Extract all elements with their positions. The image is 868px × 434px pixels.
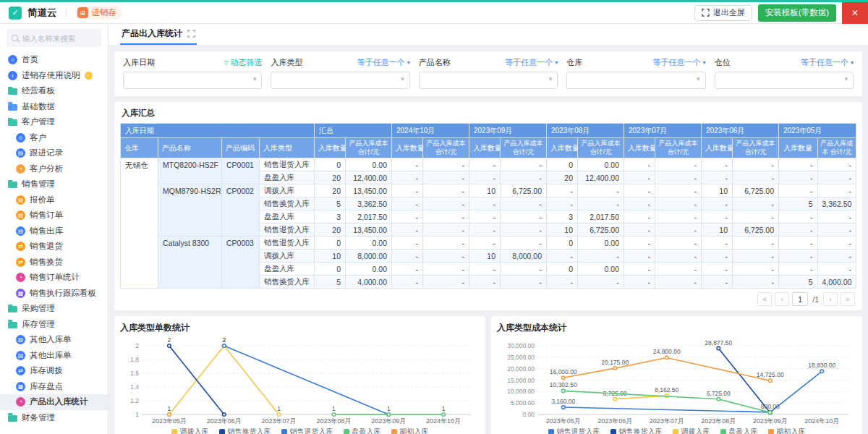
sidebar-item[interactable]: ☺客户 [0,130,108,146]
legend-item[interactable]: 销售换货入库 [610,427,663,434]
filter-operator[interactable]: 等于任意一个▾ [653,57,706,68]
last-page-button[interactable]: » [841,292,855,306]
table-qty-header: 入库数量 [702,138,733,158]
filter-operator[interactable]: 等于任意一个▾ [357,57,410,68]
value-cell: 0.00 [346,158,392,171]
sidebar-item[interactable]: ▤销售出库 [0,224,108,239]
value-cell: - [624,250,655,263]
first-page-button[interactable]: « [757,292,772,306]
legend-item[interactable]: 销售退货入库 [548,427,600,434]
value-cell: - [469,171,501,184]
svg-text:2023年07月: 2023年07月 [262,417,297,425]
sidebar-item[interactable]: 基础数据 [0,99,108,115]
legend-swatch [673,429,678,434]
inbound-type-cell: 调拨入库 [260,184,315,197]
sidebar-item[interactable]: ▤销售订单 [0,208,108,224]
value-cell: 8,000.00 [501,250,547,263]
value-cell: - [624,276,655,289]
value-cell: 20 [315,171,346,184]
sidebar-item[interactable]: ⌂首页 [0,52,108,68]
sidebar-item[interactable]: 销售管理 [0,176,108,192]
sidebar-item[interactable]: ⇄销售退货 [0,239,108,255]
sidebar-item[interactable]: 采购管理 [0,301,108,317]
svg-text:25,000.00: 25,000.00 [507,354,535,361]
filter-select[interactable]: ▾ [419,72,558,89]
value-cell: 4,000.00 [346,276,392,289]
svg-text:1.2: 1.2 [130,397,139,404]
legend-item[interactable]: 销售换货入库 [219,427,271,434]
svg-text:28,877.50: 28,877.50 [705,339,732,346]
legend-item[interactable]: 期初入库 [768,427,806,434]
filter-select[interactable]: ▾ [715,72,854,89]
value-cell: - [817,237,856,250]
tab-product-inout-stats[interactable]: 产品出入库统计 [120,24,197,45]
filter-select[interactable]: ▾ [123,72,262,89]
value-cell: 20 [315,224,346,237]
filter-operator[interactable]: 等于任意一个▾ [801,57,854,68]
current-page-box[interactable]: 1 [792,292,808,306]
legend-item[interactable]: 销售退货入库 [281,427,333,434]
sidebar-item-label: 销售管理 [22,179,55,190]
value-cell: - [392,250,423,263]
sidebar-item[interactable]: ▤跟进记录 [0,145,108,161]
filter-select[interactable]: ▾ [271,72,409,89]
legend-item[interactable]: 期初入库 [391,427,429,434]
close-button[interactable]: ✕ [842,2,868,24]
inbound-type-cell: 销售退货入库 [260,224,315,237]
sidebar-item[interactable]: ▦销售执行跟踪看板 [0,286,108,302]
search-input[interactable] [22,34,96,43]
next-page-button[interactable]: › [823,292,838,306]
top-header: ✓ 简道云 ⊞ 进销存 退出全屏 安装模板(带数据) ✕ [0,2,868,24]
value-cell: - [702,276,733,289]
value-cell: - [817,224,856,237]
filter-operator[interactable]: ▽动态筛选 [224,57,262,68]
sidebar-item[interactable]: ▤其他出库单 [0,348,108,364]
sidebar-search[interactable] [7,29,101,47]
warehouse-cell: 无锡仓 [121,158,158,289]
table-month-header: 2023年05月 [779,124,856,138]
workspace-badge[interactable]: ⊞ 进销存 [75,6,123,20]
inbound-type-cell: 盘盈入库 [260,171,315,184]
legend-item[interactable]: 调拨入库 [171,427,209,434]
value-cell: - [423,263,469,276]
sidebar-item[interactable]: 财务管理 [0,410,108,426]
filter-select[interactable]: ▾ [566,72,705,89]
filter-group: 产品名称等于任意一个▾▾ [419,57,558,89]
sidebar-item[interactable]: ⇄销售换货 [0,255,108,271]
legend-swatch [219,429,225,434]
svg-text:2023年08月: 2023年08月 [701,417,736,425]
sidebar-item[interactable]: ▤其他入库单 [0,332,108,348]
table-cost-header: 产品入库成本 合计/元 [423,138,469,158]
sidebar-item[interactable]: ⇄库存调拨 [0,363,108,379]
chevron-down-icon: ▾ [549,75,553,82]
svg-text:1: 1 [387,405,391,412]
prev-page-button[interactable]: ‹ [775,292,789,306]
sidebar-item[interactable]: ◔客户分析 [0,161,108,177]
sidebar-item[interactable]: ▤报价单 [0,192,108,208]
page-count-label: /1 [812,295,819,304]
value-cell: - [547,276,578,289]
sidebar-item[interactable]: i进销存使用说明! [0,68,108,84]
sidebar-item[interactable]: ◔产品出入库统计 [0,394,108,410]
value-cell: 0.00 [346,237,392,250]
sidebar-item[interactable]: 库存管理 [0,317,108,333]
sidebar-item[interactable]: 客户管理 [0,114,108,130]
sidebar-item[interactable]: 经营看板 [0,83,108,99]
install-template-button[interactable]: 安装模板(带数据) [758,4,836,22]
value-cell: - [655,263,702,276]
value-cell: - [501,237,547,250]
value-cell: - [423,237,469,250]
legend-item[interactable]: 调拨入库 [673,427,710,434]
sidebar-item[interactable]: ▦库存盘点 [0,379,108,395]
value-cell: - [547,250,578,263]
filter-operator[interactable]: 等于任意一个▾ [505,57,558,68]
legend-item[interactable]: 盘盈入库 [344,427,381,434]
legend-item[interactable]: 盘盈入库 [720,427,758,434]
user-icon: ☺ [16,133,25,142]
table-month-header: 2023年08月 [547,124,624,138]
fullscreen-expand-icon[interactable] [187,30,195,38]
sidebar: ⌂首页i进销存使用说明!经营看板基础数据客户管理☺客户▤跟进记录◔客户分析销售管… [0,24,109,434]
legend-swatch [171,429,177,434]
sidebar-item[interactable]: ◔销售订单统计 [0,270,108,286]
exit-fullscreen-button[interactable]: 退出全屏 [694,5,752,21]
